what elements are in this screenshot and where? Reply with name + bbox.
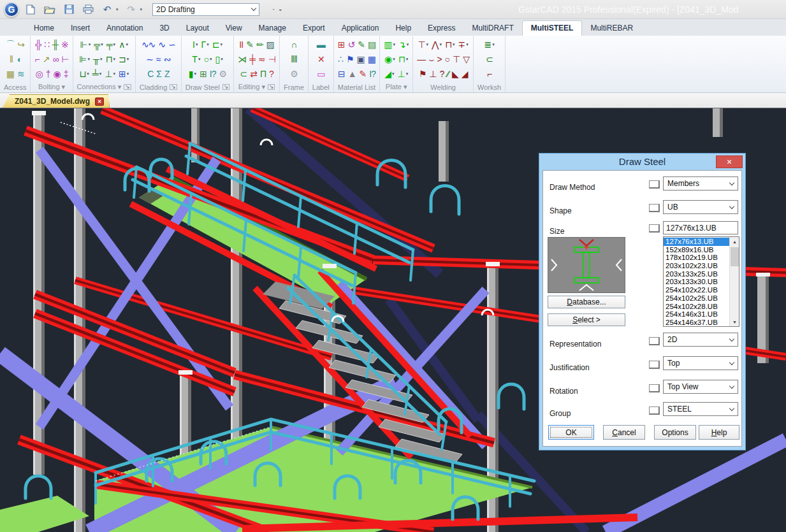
sheeting-run-icon[interactable]: ∿∿ (140, 38, 156, 51)
size-list-item[interactable]: 254x146x31.UB (664, 310, 729, 319)
flat-bar-icon[interactable]: ▮▾ (187, 67, 198, 80)
size-list-item[interactable]: 203x102x23.UB (664, 262, 729, 270)
cap-plate-icon[interactable]: ╤▾ (105, 38, 117, 51)
washer-icon[interactable]: ◎ (34, 67, 44, 80)
tab-view[interactable]: View (217, 21, 251, 36)
document-close-icon[interactable]: ✕ (95, 97, 104, 106)
database-button[interactable]: Database... (548, 296, 625, 308)
bolt-grid-icon[interactable]: ╫ (51, 38, 59, 51)
fillet-right-icon[interactable]: ◢ (460, 67, 469, 80)
flag-note-icon[interactable]: ⚑ (345, 52, 355, 66)
taper-member-icon[interactable]: ⊂ (238, 67, 248, 80)
sheeting-icon[interactable]: ∿ (157, 38, 166, 51)
moment-connection-icon[interactable]: ╧▾ (91, 67, 103, 80)
tab-multidraft[interactable]: MultiDRAFT (463, 21, 521, 36)
size-list-item[interactable]: 254x146x37.UB (664, 319, 729, 326)
bolt-angle-icon[interactable]: ↗ (41, 52, 51, 66)
save-icon[interactable] (62, 3, 75, 16)
weld-line-icon[interactable]: — (416, 52, 426, 66)
label-line-icon[interactable]: ▬ (316, 38, 326, 51)
size-list-item[interactable]: 203x133x25.UB (664, 270, 729, 278)
bolt-stud-icon[interactable]: ‡ (62, 67, 69, 80)
bolt-horizontal-icon[interactable]: ⊢ (60, 52, 69, 66)
edit-brush-icon[interactable]: ✎ (245, 38, 254, 51)
tab-multirebar[interactable]: MultiREBAR (582, 21, 641, 36)
workshop-beam-icon[interactable]: ≣▾ (483, 38, 495, 51)
size-list-item[interactable]: 127x76x13.UB (664, 238, 729, 246)
plate-hole-icon[interactable]: ◉▾ (383, 52, 397, 66)
tee-connection-icon[interactable]: ╦▾ (92, 38, 104, 51)
bolt-array-icon[interactable]: ※ (60, 38, 69, 51)
draw-method-checkbox[interactable] (649, 180, 660, 189)
rotation-checkbox[interactable] (649, 384, 660, 392)
open-file-icon[interactable] (43, 3, 56, 16)
workspace-dropdown[interactable]: 2D Drafting (152, 3, 259, 16)
cleat-icon[interactable]: ⊐▾ (117, 52, 130, 66)
walkway-bend-icon[interactable]: ↪ (16, 38, 25, 51)
align-members-icon[interactable]: ≂ (257, 52, 266, 66)
angle-section-icon[interactable]: Γ▾ (200, 38, 210, 51)
app-logo-icon[interactable]: G (4, 2, 19, 17)
size-list-item[interactable]: 254x102x22.UB (664, 286, 729, 294)
low-wave-icon[interactable]: ∼ (145, 52, 154, 66)
tee-section-icon[interactable]: T▾ (191, 52, 201, 66)
ub-beam-icon[interactable]: I▾ (191, 38, 199, 51)
part-points-icon[interactable]: ∴ (337, 52, 344, 66)
stretch-members-icon[interactable]: II (238, 38, 244, 51)
washer-target-icon[interactable]: ◉ (52, 67, 62, 80)
double-sheet-icon[interactable]: ≈ (155, 52, 162, 66)
lap-icon[interactable]: ∾ (163, 52, 172, 66)
double-angle-icon[interactable]: ⊫▾ (78, 52, 91, 66)
member-copy-icon[interactable]: ⊞ (198, 67, 208, 80)
scroll-thumb[interactable] (731, 247, 739, 266)
member-query-icon[interactable]: I? (208, 67, 217, 80)
beam-to-column-icon[interactable]: ⊩▾ (79, 38, 92, 51)
size-list-item[interactable]: 152x89x16.UB (664, 246, 729, 254)
tab-application[interactable]: Application (333, 21, 388, 36)
ok-button[interactable]: OK (548, 425, 594, 440)
draw-steel-settings-gear-icon[interactable]: ⚙ (218, 67, 228, 80)
weld-vee-icon[interactable]: ▽ (462, 52, 470, 66)
end-plate-icon[interactable]: ⊥▾ (103, 67, 117, 80)
z-purlin-icon[interactable]: Z (163, 67, 171, 80)
c-purlin-icon[interactable]: C (146, 67, 154, 80)
ribbon-group-label[interactable]: Connections ▾↘ (76, 82, 133, 92)
scroll-down-icon[interactable]: ▼ (730, 317, 739, 326)
export-table-icon[interactable]: ⊟ (337, 67, 346, 80)
shorten-member-icon[interactable]: ⊣ (267, 52, 277, 66)
weld-hatch-icon[interactable]: ∕∕ (446, 67, 450, 80)
fillet-weld-icon[interactable]: ⊤▾ (416, 38, 430, 51)
justification-checkbox[interactable] (649, 361, 660, 369)
redo-dropdown-icon[interactable]: ▾ (140, 7, 143, 12)
weld-concave-icon[interactable]: ⌣ (427, 52, 435, 66)
workshop-plate-icon[interactable]: ⊂ (484, 52, 494, 66)
grid-edit-icon[interactable]: ╪ (248, 52, 256, 66)
weld-flag-icon[interactable]: ⚑ (418, 67, 428, 80)
ribbon-group-label[interactable]: Editing ▾↘ (237, 82, 277, 92)
group-dropdown[interactable]: STEEL (663, 402, 738, 416)
dialog-launcher-icon[interactable]: ↘ (222, 84, 230, 90)
cancel-button[interactable]: Cancel (603, 425, 645, 440)
bolt-plan-icon[interactable]: ╬ (34, 38, 42, 51)
dialog-launcher-icon[interactable]: ↘ (268, 84, 275, 90)
drawing-viewport[interactable]: Draw Steel ✕ Draw Method Members Shape U… (0, 108, 786, 532)
bolt-pair-icon[interactable]: ∞ (51, 52, 59, 66)
ribbon-group-label[interactable]: Plate ▾ (382, 82, 410, 92)
base-plate-icon[interactable]: ⊔▾ (78, 67, 90, 80)
connection-manual-icon[interactable]: ⊞▾ (117, 67, 130, 80)
tab-3d[interactable]: 3D (151, 21, 177, 36)
tab-express[interactable]: Express (419, 21, 463, 36)
plate-beam-icon[interactable]: ▥▾ (382, 38, 397, 51)
draw-method-dropdown[interactable]: Members (663, 176, 738, 191)
justification-dropdown[interactable]: Top (663, 356, 738, 370)
portal-frame-icon[interactable]: ∩ (289, 38, 298, 51)
weld-circle-icon[interactable]: ○ (444, 52, 451, 66)
new-file-icon[interactable] (24, 3, 37, 16)
tab-manage[interactable]: Manage (251, 21, 295, 36)
size-list-item[interactable]: 254x102x28.UB (664, 303, 729, 311)
size-list-scrollbar[interactable]: ▲ ▼ (729, 237, 739, 326)
redo-icon[interactable]: ↷ (125, 3, 138, 16)
label-delete-icon[interactable]: ✕ (316, 52, 326, 66)
tab-help[interactable]: Help (387, 21, 419, 36)
tab-annotation[interactable]: Annotation (98, 21, 151, 36)
